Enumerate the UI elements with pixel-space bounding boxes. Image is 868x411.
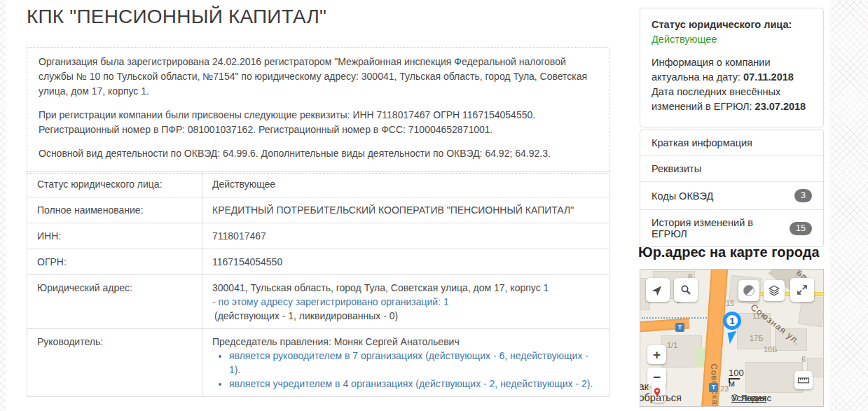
building-number: 15 <box>726 299 734 307</box>
row-label: Полное наименование: <box>27 197 202 223</box>
fullscreen-button[interactable] <box>790 278 814 302</box>
address-orgs-note: (действующих - 1, ликвидированных - 0) <box>212 309 599 323</box>
director-of-orgs-link[interactable]: является руководителем в 7 организациях … <box>229 350 588 375</box>
row-label: Статус юридического лица: <box>27 172 202 197</box>
terms-link[interactable]: Условия <box>731 393 766 403</box>
nav-item-label: Краткая информация <box>652 137 752 148</box>
directions-label: Как добраться <box>640 381 682 403</box>
company-details-table: Статус юридического лица: Действующее По… <box>27 171 609 397</box>
nav-item-label: Коды ОКВЭД <box>652 190 713 202</box>
yandex-map[interactable]: Союзная ул. Благ Советская 8 2 15 11А 1/… <box>640 269 824 407</box>
nav-item-label: История изменений в ЕГРЮЛ <box>652 217 790 239</box>
building-number: 23 <box>720 384 729 393</box>
geolocation-arrow-icon <box>652 284 664 296</box>
same-address-orgs-link[interactable]: - по этому адресу зарегистрировано орган… <box>212 296 449 307</box>
zoom-in-button[interactable]: + <box>647 345 666 364</box>
map-section-heading: Юр.адрес на карте города <box>638 244 820 260</box>
layers-button[interactable] <box>764 280 785 301</box>
scale-label: 100 м <box>729 368 744 389</box>
row-label: Юридический адрес: <box>27 275 202 329</box>
page-root: КПК "ПЕНСИОННЫЙ КАПИТАЛ" Организация был… <box>0 0 868 411</box>
address-value: 300041, Тульская область, город Тула, Со… <box>212 281 599 295</box>
nav-item-egrul-history[interactable]: История изменений в ЕГРЮЛ 15 <box>640 209 823 246</box>
panorama-button[interactable] <box>738 280 759 301</box>
geolocation-button[interactable] <box>646 278 670 302</box>
page-title: КПК "ПЕНСИОННЫЙ КАПИТАЛ" <box>27 6 326 28</box>
row-label: ИНН: <box>27 223 202 249</box>
ruler-button[interactable] <box>794 371 813 389</box>
transit-stop-icon: Т <box>709 383 718 392</box>
table-row-address: Юридический адрес: 300041, Тульская обла… <box>27 275 609 329</box>
table-row-ogrn: ОГРН: 1167154054550 <box>27 249 609 275</box>
table-row-status: Статус юридического лица: Действующее <box>27 172 609 197</box>
map-pin[interactable]: 1 <box>723 312 741 330</box>
status-value: Действующее <box>202 172 609 197</box>
sidebar-nav: Краткая информация Реквизиты Коды ОКВЭД … <box>640 130 824 247</box>
nav-item-requisites[interactable]: Реквизиты <box>640 155 823 181</box>
building-number: 6 <box>801 355 806 363</box>
building-number: 17Б <box>750 334 763 342</box>
ogrn-value: 1167154054550 <box>202 249 609 275</box>
map-search-button[interactable] <box>674 278 698 302</box>
building-number: 11А <box>752 312 766 320</box>
expand-icon <box>796 284 808 296</box>
founder-of-orgs-link[interactable]: является учредителем в 4 организациях (д… <box>229 378 593 389</box>
count-badge: 15 <box>790 222 812 235</box>
building-number: 1/1 <box>667 341 677 349</box>
actual-date: 07.11.2018 <box>743 71 794 83</box>
requisites-paragraph: При регистрации компании были присвоены … <box>39 108 598 137</box>
nav-item-okved-codes[interactable]: Коды ОКВЭД 3 <box>640 181 823 209</box>
okved-paragraph: Основной вид деятельности по ОКВЭД: 64.9… <box>39 146 598 161</box>
status-box-dates: Информация о компании актуальна на дату:… <box>652 55 812 114</box>
status-box-title: Статус юридического лица: <box>652 18 812 32</box>
transit-stop-icon: Т <box>675 323 684 332</box>
layers-icon <box>768 284 780 297</box>
director-links-list: является руководителем в 7 организациях … <box>212 349 599 391</box>
row-label: Руководитель: <box>27 329 202 397</box>
row-label: ОГРН: <box>27 249 202 275</box>
status-summary-box: Статус юридического лица: Действующее Ин… <box>640 8 824 127</box>
registration-summary-box: Организация была зарегистрирована 24.02.… <box>27 47 609 174</box>
status-box-value: Действующее <box>652 32 812 47</box>
table-row-director: Руководитель: Председатель правления: Мо… <box>27 329 609 397</box>
list-item: является учредителем в 4 организациях (д… <box>229 377 599 391</box>
building-number: 10Б <box>764 345 777 354</box>
content-area: КПК "ПЕНСИОННЫЙ КАПИТАЛ" Организация был… <box>6 0 830 411</box>
table-row-full-name: Полное наименование: КРЕДИТНЫЙ ПОТРЕБИТЕ… <box>27 197 609 223</box>
table-row-inn: ИНН: 7118017467 <box>27 223 609 249</box>
registration-paragraph: Организация была зарегистрирована 24.02.… <box>39 55 598 99</box>
panorama-icon <box>743 285 755 296</box>
directions-button[interactable]: Как добраться <box>652 382 666 403</box>
list-item: является руководителем в 7 организациях … <box>229 349 599 377</box>
full-name-value: КРЕДИТНЫЙ ПОТРЕБИТЕЛЬСКИЙ КООПЕРАТИВ "ПЕ… <box>202 197 609 223</box>
inn-value: 7118017467 <box>202 223 609 249</box>
changes-date: 23.07.2018 <box>755 101 806 112</box>
ruler-icon <box>797 375 810 385</box>
search-icon <box>680 284 692 296</box>
count-badge: 3 <box>794 189 812 202</box>
director-value: Председатель правления: Моняк Сергей Ана… <box>212 335 599 349</box>
nav-item-label: Реквизиты <box>652 163 701 174</box>
nav-item-brief-info[interactable]: Краткая информация <box>640 130 823 155</box>
